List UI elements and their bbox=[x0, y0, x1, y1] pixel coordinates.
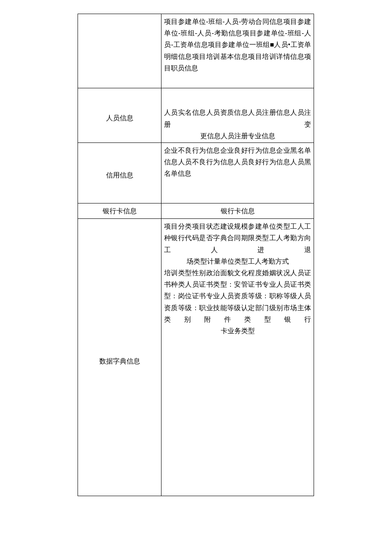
content-text: 更信息人员注册专业信息 bbox=[164, 130, 311, 142]
category-label: 信用信息 bbox=[78, 169, 161, 181]
category-cell: 数据字典信息 bbox=[78, 219, 161, 496]
category-cell: 信用信息 bbox=[78, 143, 161, 203]
category-cell bbox=[78, 14, 161, 88]
data-table: 项目参建单位-班组-人员-劳动合同信息项目参建单位-班组-人员-考勤信息项目参建… bbox=[78, 14, 314, 496]
table-row: 信用信息 企业不良行为信息企业良好行为信息企业黑名单信息人员不良行为信息人员良好… bbox=[78, 143, 314, 203]
category-label: 银行卡信息 bbox=[78, 205, 161, 217]
content-cell: 人员实名信息人员资质信息人员注册信息人员注册变 更信息人员注册专业信息 bbox=[161, 88, 314, 143]
content-text: 培训类型性别政治面貌文化程度婚姻状况人员证书种类人员证书类型：安管证书专业人员证… bbox=[164, 267, 311, 325]
content-cell: 银行卡信息 bbox=[161, 203, 314, 219]
category-label: 数据字典信息 bbox=[78, 355, 161, 367]
content-cell: 企业不良行为信息企业良好行为信息企业黑名单信息人员不良行为信息人员良好行为信息人… bbox=[161, 143, 314, 203]
table-row: 项目参建单位-班组-人员-劳动合同信息项目参建单位-班组-人员-考勤信息项目参建… bbox=[78, 14, 314, 88]
content-text: 场类型计量单位类型工人考勤方式 bbox=[164, 256, 311, 267]
content-text: 企业不良行为信息企业良好行为信息企业黑名单信息人员不良行为信息人员良好行为信息人… bbox=[161, 143, 314, 181]
table-row: 数据字典信息 项目分类项目状态建设规模参建单位类型工人工种银行代码是否字典合同期… bbox=[78, 219, 314, 496]
content-text: 人员实名信息人员资质信息人员注册信息人员注册变 bbox=[164, 107, 311, 130]
content-text: 卡业务类型 bbox=[164, 325, 311, 337]
content-text: 项目参建单位-班组-人员-劳动合同信息项目参建单位-班组-人员-考勤信息项目参建… bbox=[161, 14, 314, 76]
content-cell: 项目分类项目状态建设规模参建单位类型工人工种银行代码是否字典合同期限类型工人考勤… bbox=[161, 219, 314, 496]
category-cell: 人员信息 bbox=[78, 88, 161, 143]
content-cell: 项目参建单位-班组-人员-劳动合同信息项目参建单位-班组-人员-考勤信息项目参建… bbox=[161, 14, 314, 88]
content-text: 项目分类项目状态建设规模参建单位类型工人工种银行代码是否字典合同期限类型工人考勤… bbox=[164, 221, 311, 256]
table-row: 人员信息 人员实名信息人员资质信息人员注册信息人员注册变 更信息人员注册专业信息 bbox=[78, 88, 314, 143]
content-text: 银行卡信息 bbox=[161, 203, 314, 218]
category-cell: 银行卡信息 bbox=[78, 203, 161, 219]
table-row: 银行卡信息 银行卡信息 bbox=[78, 203, 314, 219]
category-label: 人员信息 bbox=[78, 112, 161, 124]
info-table: 项目参建单位-班组-人员-劳动合同信息项目参建单位-班组-人员-考勤信息项目参建… bbox=[78, 14, 314, 496]
